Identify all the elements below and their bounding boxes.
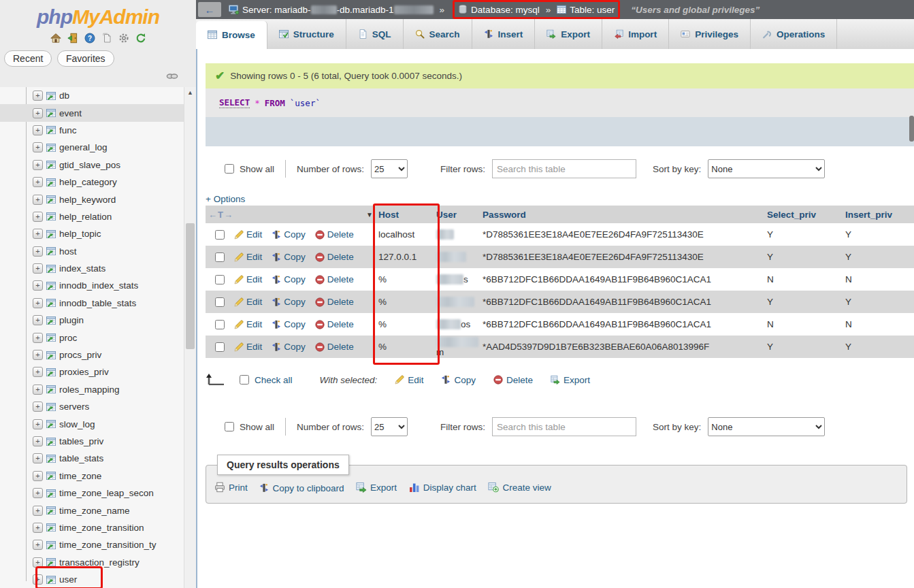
selected-copy-link[interactable]: Copy: [441, 375, 476, 385]
sidebar-scroll-thumb[interactable]: [186, 223, 195, 349]
tree-item-db[interactable]: +db: [0, 87, 184, 104]
tree-item-label[interactable]: procs_priv: [59, 350, 101, 360]
expand-icon[interactable]: +: [33, 523, 43, 533]
show-all-checkbox[interactable]: [225, 164, 234, 174]
print-link[interactable]: Print: [214, 482, 248, 493]
expand-icon[interactable]: +: [33, 108, 43, 118]
expand-icon[interactable]: +: [33, 436, 43, 446]
tab-favorites[interactable]: Favorites: [57, 50, 114, 67]
tab-structure[interactable]: Structure: [267, 19, 346, 49]
tree-item-label[interactable]: time_zone_transition_ty: [59, 540, 157, 550]
tab-privileges[interactable]: Privileges: [669, 19, 751, 49]
create-view-link[interactable]: Create view: [488, 482, 551, 493]
filter-rows-input[interactable]: [492, 417, 636, 436]
tree-item-time-zone-name[interactable]: +time_zone_name: [0, 502, 184, 519]
expand-icon[interactable]: +: [33, 453, 43, 463]
tree-item-label[interactable]: help_relation: [59, 212, 112, 222]
copy-to-clipboard-link[interactable]: Copy to clipboard: [259, 483, 344, 493]
tree-item-label[interactable]: roles_mapping: [59, 385, 120, 395]
expand-icon[interactable]: +: [33, 177, 43, 187]
num-rows-select[interactable]: 25: [371, 159, 408, 178]
sort-options-icon[interactable]: ▼: [366, 211, 373, 218]
expand-icon[interactable]: +: [33, 91, 43, 101]
tree-item-label[interactable]: innodb_index_stats: [59, 280, 138, 291]
expand-icon[interactable]: +: [33, 263, 43, 274]
tree-item-help-category[interactable]: +help_category: [0, 174, 184, 191]
home-icon[interactable]: [50, 33, 61, 44]
row-edit-link[interactable]: Edit: [234, 297, 262, 307]
breadcrumb-database-link[interactable]: Database: mysql: [471, 5, 540, 15]
tree-item-tables-priv[interactable]: +tables_priv: [0, 433, 184, 450]
tree-item-proxies-priv[interactable]: +proxies_priv: [0, 363, 184, 380]
tree-item-label[interactable]: slow_log: [59, 419, 95, 429]
row-copy-link[interactable]: Copy: [272, 319, 306, 329]
row-edit-link[interactable]: Edit: [234, 319, 262, 329]
help-icon[interactable]: [84, 33, 95, 44]
tree-item-help-topic[interactable]: +help_topic: [0, 225, 184, 242]
row-delete-link[interactable]: Delete: [315, 297, 354, 307]
tree-item-time-zone-leap-second[interactable]: +time_zone_leap_secon: [0, 485, 184, 502]
tree-item-label[interactable]: event: [59, 108, 82, 118]
row-copy-link[interactable]: Copy: [272, 274, 306, 284]
row-copy-link[interactable]: Copy: [272, 342, 306, 352]
logout-icon[interactable]: [67, 33, 78, 44]
tab-export[interactable]: Export: [535, 19, 602, 49]
sort-by-key-select[interactable]: None: [708, 159, 825, 178]
tree-item-roles-mapping[interactable]: +roles_mapping: [0, 381, 184, 398]
tree-item-label[interactable]: index_stats: [59, 263, 105, 274]
expand-icon[interactable]: +: [33, 350, 43, 360]
sql-keyword-select[interactable]: SELECT: [219, 97, 250, 108]
selected-delete-link[interactable]: Delete: [493, 375, 533, 385]
col-header-user[interactable]: User: [434, 206, 480, 223]
tree-item-label[interactable]: innodb_table_stats: [59, 298, 136, 308]
expand-icon[interactable]: +: [33, 574, 43, 585]
row-delete-link[interactable]: Delete: [315, 274, 354, 284]
expand-icon[interactable]: +: [33, 195, 43, 205]
tab-recent[interactable]: Recent: [4, 50, 52, 67]
tree-item-label[interactable]: servers: [59, 402, 89, 412]
row-copy-link[interactable]: Copy: [272, 229, 306, 240]
row-delete-link[interactable]: Delete: [315, 342, 354, 352]
row-checkbox[interactable]: [215, 342, 225, 352]
tree-item-label[interactable]: table_stats: [59, 453, 103, 463]
tree-item-label[interactable]: help_topic: [59, 229, 101, 239]
expand-icon[interactable]: +: [33, 246, 43, 257]
tree-item-label[interactable]: tables_priv: [59, 436, 103, 446]
check-all-label[interactable]: Check all: [255, 375, 293, 385]
column-arrows-icon[interactable]: ←T→: [208, 210, 233, 220]
expand-icon[interactable]: +: [33, 142, 43, 152]
tree-item-label[interactable]: proxies_priv: [59, 367, 109, 377]
tree-item-help-keyword[interactable]: +help_keyword: [0, 191, 184, 208]
expand-icon[interactable]: +: [33, 385, 43, 395]
tree-item-transaction-registry[interactable]: +transaction_registry: [0, 554, 184, 571]
tree-item-func[interactable]: +func: [0, 122, 184, 139]
row-edit-link[interactable]: Edit: [234, 252, 262, 262]
phpmyadmin-logo[interactable]: phpMyAdmin: [0, 0, 196, 29]
documentation-icon[interactable]: [101, 33, 112, 44]
selected-edit-link[interactable]: Edit: [395, 375, 423, 385]
expand-icon[interactable]: +: [33, 540, 43, 550]
expand-icon[interactable]: +: [33, 488, 43, 498]
tree-item-label[interactable]: time_zone_name: [59, 506, 130, 516]
row-copy-link[interactable]: Copy: [272, 252, 306, 262]
breadcrumb-table-link[interactable]: Table: user: [570, 5, 615, 15]
reload-icon[interactable]: [135, 33, 146, 44]
tree-item-label[interactable]: host: [59, 246, 77, 257]
tree-item-label[interactable]: time_zone_leap_secon: [59, 488, 154, 498]
tree-item-gtid-slave-pos[interactable]: +gtid_slave_pos: [0, 157, 184, 174]
check-all-checkbox[interactable]: [240, 375, 249, 385]
expand-icon[interactable]: +: [33, 557, 43, 568]
tab-sql[interactable]: SQL: [346, 19, 404, 49]
col-header-password[interactable]: Password: [480, 206, 764, 223]
expand-icon[interactable]: +: [33, 506, 43, 516]
col-header-insert-priv[interactable]: Insert_priv: [843, 206, 914, 223]
tree-item-label[interactable]: db: [59, 91, 69, 101]
row-checkbox[interactable]: [215, 320, 225, 329]
row-delete-link[interactable]: Delete: [315, 252, 354, 262]
scroll-up-icon[interactable]: ▲: [184, 87, 196, 99]
tree-item-label[interactable]: transaction_registry: [59, 557, 140, 568]
row-delete-link[interactable]: Delete: [315, 229, 354, 240]
tab-browse[interactable]: Browse: [196, 21, 267, 49]
row-checkbox[interactable]: [215, 252, 225, 262]
expand-icon[interactable]: +: [33, 367, 43, 377]
